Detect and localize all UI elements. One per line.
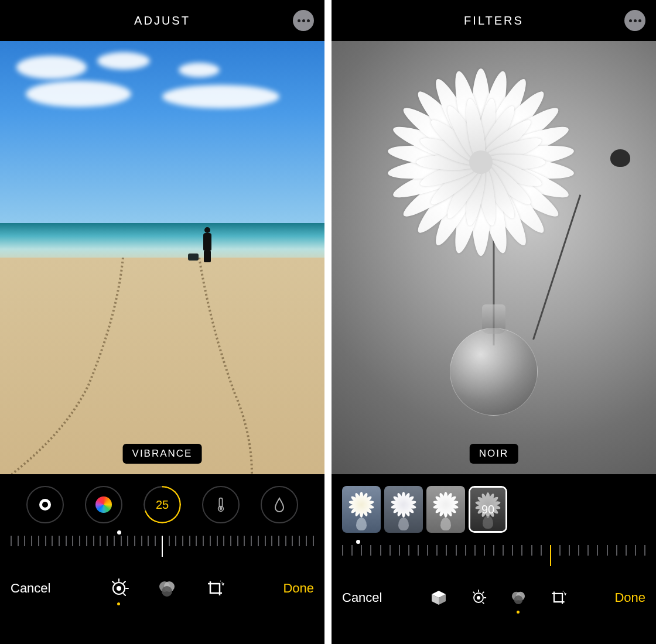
more-button[interactable] (624, 10, 645, 31)
svg-point-4 (117, 586, 121, 591)
crop-rotate-icon (549, 589, 567, 607)
selected-dot (517, 611, 520, 614)
photo-preview[interactable]: NOIR (332, 41, 656, 474)
ruler-anchor (0, 528, 324, 536)
svg-marker-24 (564, 593, 566, 595)
more-button[interactable] (293, 10, 314, 31)
phone-filters: FILTERS NOIR (332, 0, 656, 644)
svg-line-17 (483, 592, 484, 593)
adjustment-ring-row[interactable]: 25 (0, 482, 324, 528)
svg-line-19 (483, 602, 484, 604)
value-ruler[interactable] (342, 545, 645, 572)
cube-icon (430, 589, 447, 607)
phone-adjust: ADJUST VIBRANCE 25 (0, 0, 324, 644)
cancel-button[interactable]: Cancel (11, 581, 50, 596)
filter-thumb-noir[interactable]: 90 (469, 486, 507, 533)
controls-area: 25 /*placeholder*/ Cancel (0, 474, 324, 644)
bottom-bar: Cancel (0, 565, 324, 612)
photo-person (201, 227, 214, 262)
mode-markup[interactable] (430, 589, 447, 607)
svg-line-8 (124, 594, 125, 595)
svg-marker-13 (221, 583, 224, 585)
done-button[interactable]: Done (614, 590, 645, 605)
header: ADJUST (0, 0, 324, 41)
adjust-tool-warmth[interactable] (202, 486, 240, 523)
mode-adjust[interactable] (109, 578, 129, 598)
adjust-tool-vibrance[interactable]: 25 (144, 486, 181, 523)
photo-bud (610, 149, 630, 167)
filter-thumb-vivid-warm[interactable] (342, 486, 381, 533)
filter-thumb-dramatic[interactable] (384, 486, 423, 533)
ruler-anchor (332, 537, 656, 545)
svg-line-6 (124, 581, 125, 583)
filter-name-chip: NOIR (470, 444, 518, 464)
header: FILTERS (332, 0, 656, 41)
filter-thumb-value: 90 (470, 488, 505, 531)
adjust-value: 25 (156, 498, 169, 512)
mode-filters[interactable] (157, 578, 177, 598)
filter-thumb-silvertone[interactable] (426, 486, 465, 533)
selected-dot (117, 602, 120, 605)
mode-filters[interactable] (510, 589, 527, 607)
mode-adjust[interactable] (470, 589, 487, 607)
controls-area: 90 Cancel (332, 474, 656, 644)
svg-point-12 (162, 586, 172, 597)
rainbow-circle-icon (95, 496, 112, 513)
three-circles-icon (157, 578, 177, 598)
photo-tracks (0, 258, 324, 474)
mode-crop[interactable] (205, 578, 225, 598)
mode-switcher (430, 589, 567, 607)
droplet-icon (274, 497, 285, 512)
mode-switcher (109, 578, 225, 598)
svg-point-2 (220, 508, 222, 510)
done-button[interactable]: Done (283, 581, 314, 596)
value-ruler[interactable]: /*placeholder*/ (11, 536, 314, 563)
three-circles-icon (510, 589, 527, 607)
more-dots-icon (629, 19, 632, 22)
adjust-dial-icon (109, 578, 129, 598)
header-title: FILTERS (464, 14, 524, 28)
more-dots-icon (298, 19, 300, 22)
photo-preview[interactable]: VIBRANCE (0, 41, 324, 474)
adjustment-name-chip: VIBRANCE (123, 444, 202, 464)
cancel-button[interactable]: Cancel (342, 590, 382, 605)
adjust-tool-auto[interactable] (26, 486, 64, 523)
filter-thumb-row[interactable]: 90 (332, 482, 656, 537)
adjust-tool-color[interactable] (85, 486, 122, 523)
photo-bag (188, 254, 199, 261)
svg-point-23 (514, 595, 522, 604)
target-dot-icon (39, 499, 51, 511)
crop-rotate-icon (205, 578, 225, 598)
header-title: ADJUST (134, 14, 190, 28)
adjust-tool-tint[interactable] (261, 486, 298, 523)
svg-point-15 (477, 596, 480, 600)
photo-flower (375, 57, 586, 268)
svg-line-20 (473, 592, 474, 593)
photo-sky (0, 41, 324, 223)
bottom-bar: Cancel (332, 574, 656, 621)
thermometer-icon (215, 497, 227, 512)
mode-crop[interactable] (549, 589, 567, 607)
svg-line-9 (112, 581, 114, 583)
adjust-dial-icon (470, 589, 487, 607)
